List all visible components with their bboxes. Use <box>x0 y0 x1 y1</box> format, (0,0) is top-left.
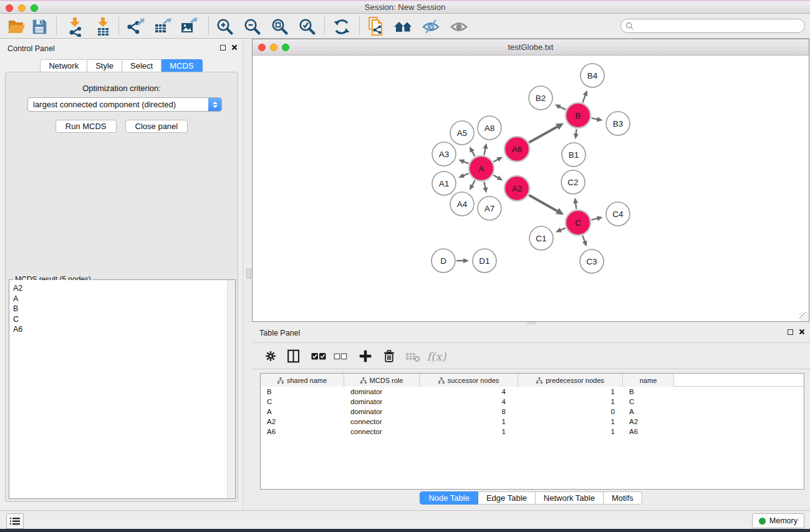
node-A1[interactable]: A1 <box>432 172 456 195</box>
zoom-window-button[interactable] <box>31 4 38 12</box>
network-close-button[interactable] <box>258 44 266 51</box>
tab-select[interactable]: Select <box>122 59 162 72</box>
export-image-icon[interactable] <box>178 16 200 37</box>
criterion-dropdown[interactable]: largest connected component (directed) <box>27 97 222 112</box>
edge-B-B1 <box>574 129 579 139</box>
import-network-icon[interactable] <box>64 16 85 37</box>
minimize-window-button[interactable] <box>18 4 26 12</box>
edge-C-C2 <box>573 198 578 209</box>
node-A6[interactable]: A6 <box>504 137 529 162</box>
app-titlebar[interactable]: Session: New Session <box>0 0 810 14</box>
svg-text:A2: A2 <box>512 184 523 193</box>
memory-button[interactable]: Memory <box>752 513 804 528</box>
column-header-shared-name[interactable]: shared name <box>261 374 344 387</box>
export-table-icon[interactable] <box>152 16 173 37</box>
node-B2[interactable]: B2 <box>529 86 552 110</box>
show-graphics-details-icon[interactable] <box>448 16 470 37</box>
node-C4[interactable]: C4 <box>606 202 630 226</box>
show-column-panel-icon[interactable] <box>287 349 301 364</box>
table-row[interactable]: Bdominator41B <box>261 387 804 397</box>
result-item-C[interactable]: C <box>13 314 227 325</box>
search-input[interactable] <box>634 22 804 31</box>
run-mcds-button[interactable]: Run MCDS <box>55 120 117 133</box>
save-session-icon[interactable] <box>29 16 50 37</box>
node-A8[interactable]: A8 <box>478 116 501 140</box>
table-row[interactable]: A2connector11A2 <box>261 417 804 427</box>
network-zoom-button[interactable] <box>282 44 289 51</box>
node-A7[interactable]: A7 <box>478 196 501 220</box>
node-B[interactable]: B <box>566 103 591 128</box>
cell-name: A2 <box>623 417 674 427</box>
tab-node-table[interactable]: Node Table <box>420 491 478 505</box>
close-panel-button[interactable]: Close panel <box>125 120 188 133</box>
zoom-out-icon[interactable] <box>242 16 263 37</box>
result-item-A2[interactable]: A2 <box>13 283 227 294</box>
tab-network[interactable]: Network <box>40 59 87 72</box>
cell-predecessor-nodes: 1 <box>518 397 623 407</box>
node-C3[interactable]: C3 <box>580 249 604 273</box>
export-network-icon[interactable] <box>125 16 147 37</box>
select-all-icon[interactable] <box>311 348 327 364</box>
add-column-icon[interactable] <box>359 349 373 363</box>
app-title: Session: New Session <box>0 1 810 13</box>
resize-grip-icon[interactable] <box>799 312 808 321</box>
close-table-panel-icon[interactable] <box>799 329 805 335</box>
network-minimize-button[interactable] <box>270 44 277 51</box>
cell-mcds-role: dominator <box>344 387 420 397</box>
node-A2[interactable]: A2 <box>504 176 529 201</box>
tab-motifs[interactable]: Motifs <box>604 491 642 505</box>
open-session-icon[interactable] <box>6 16 27 37</box>
import-table-icon[interactable] <box>92 16 113 37</box>
result-item-A[interactable]: A <box>13 294 227 304</box>
deselect-all-icon[interactable] <box>333 349 348 364</box>
vertical-splitter-handle[interactable] <box>246 269 251 279</box>
cell-mcds-role: dominator <box>344 397 420 407</box>
node-D[interactable]: D <box>432 249 455 273</box>
node-A3[interactable]: A3 <box>432 142 456 166</box>
zoom-selected-icon[interactable] <box>297 16 318 37</box>
zoom-in-icon[interactable] <box>215 16 236 37</box>
tab-network-table[interactable]: Network Table <box>536 491 604 505</box>
delete-column-icon[interactable] <box>382 349 397 364</box>
node-C[interactable]: C <box>566 210 591 235</box>
tab-style[interactable]: Style <box>87 59 122 72</box>
column-header-successor-nodes[interactable]: successor nodes <box>420 374 518 387</box>
node-B1[interactable]: B1 <box>562 143 586 167</box>
hide-graphics-details-icon[interactable] <box>420 16 441 37</box>
column-header-mcds-role[interactable]: MCDS role <box>344 374 420 387</box>
zoom-fit-icon[interactable] <box>269 16 291 37</box>
network-window-titlebar[interactable]: testGlobe.txt <box>253 39 809 56</box>
node-C1[interactable]: C1 <box>529 226 553 250</box>
new-network-from-file-icon[interactable] <box>366 16 387 37</box>
float-table-panel-icon[interactable] <box>788 329 793 335</box>
tab-mcds[interactable]: MCDS <box>162 59 202 72</box>
column-type-icon <box>277 377 284 384</box>
column-header-predecessor-nodes[interactable]: predecessor nodes <box>518 374 623 387</box>
node-C2[interactable]: C2 <box>561 170 585 194</box>
home-networks-icon[interactable] <box>393 16 414 37</box>
close-panel-icon[interactable] <box>231 44 238 51</box>
float-panel-icon[interactable] <box>220 45 226 51</box>
result-list-scrollbar[interactable] <box>227 280 235 498</box>
table-row[interactable]: A6connector11A6 <box>261 427 804 437</box>
node-A[interactable]: A <box>469 156 494 181</box>
refresh-view-icon[interactable] <box>331 16 352 37</box>
result-item-A6[interactable]: A6 <box>13 324 227 335</box>
search-field[interactable] <box>620 19 805 33</box>
network-canvas[interactable]: B4B2BB3A8A5A6A3B1AC2A1A2A4A7C4CC1DC3D1 <box>253 56 809 321</box>
table-row[interactable]: Cdominator41C <box>261 397 804 407</box>
function-builder-icon[interactable]: f(x) <box>427 349 446 362</box>
close-window-button[interactable] <box>6 4 13 12</box>
table-row[interactable]: Adominator80A <box>261 407 804 417</box>
node-A4[interactable]: A4 <box>450 192 474 216</box>
tab-edge-table[interactable]: Edge Table <box>478 491 536 505</box>
node-A5[interactable]: A5 <box>450 121 474 145</box>
column-header-name[interactable]: name <box>623 374 674 387</box>
result-item-B[interactable]: B <box>13 304 227 314</box>
show-task-history-button[interactable] <box>6 513 24 529</box>
settings-gear-icon[interactable] <box>263 349 278 364</box>
node-D1[interactable]: D1 <box>473 249 496 273</box>
delete-table-icon[interactable] <box>405 349 421 364</box>
node-B3[interactable]: B3 <box>606 112 630 135</box>
node-B4[interactable]: B4 <box>581 64 604 87</box>
